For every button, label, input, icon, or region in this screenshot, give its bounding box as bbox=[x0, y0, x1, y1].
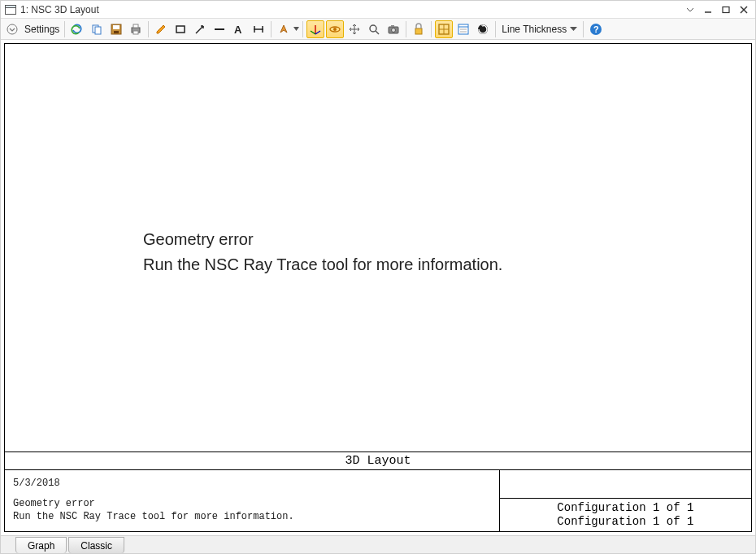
print-icon[interactable] bbox=[127, 20, 145, 38]
toolbar-separator bbox=[406, 21, 406, 37]
line-thickness-label: Line Thickness bbox=[502, 24, 567, 35]
line-thickness-dropdown[interactable]: Line Thickness bbox=[498, 24, 580, 35]
svg-rect-15 bbox=[176, 26, 185, 33]
refresh-icon[interactable] bbox=[68, 20, 86, 38]
tab-graph[interactable]: Graph bbox=[15, 537, 67, 553]
svg-rect-11 bbox=[114, 31, 119, 33]
layout-detail-1: Geometry error bbox=[13, 497, 491, 510]
canvas-area: Geometry error Run the NSC Ray Trace too… bbox=[1, 40, 755, 535]
tab-classic[interactable]: Classic bbox=[68, 537, 124, 553]
toolbar-separator bbox=[431, 21, 432, 37]
tab-classic-label: Classic bbox=[80, 540, 112, 552]
settings-label[interactable]: Settings bbox=[22, 24, 62, 35]
dropdown-arrow-button[interactable] bbox=[682, 2, 698, 17]
layout-title: 3D Layout bbox=[5, 451, 751, 469]
svg-point-32 bbox=[392, 28, 396, 32]
config-line-2: Configuration 1 of 1 bbox=[503, 515, 748, 529]
titlebar: 1: NSC 3D Layout bbox=[1, 1, 755, 19]
error-line-2: Run the NSC Ray Trace tool for more info… bbox=[143, 252, 502, 277]
dropdown-caret-icon[interactable] bbox=[293, 27, 300, 31]
grid-toggle-icon[interactable] bbox=[435, 20, 453, 38]
canvas-viewport[interactable]: Geometry error Run the NSC Ray Trace too… bbox=[5, 44, 751, 451]
layout-canvas[interactable]: Geometry error Run the NSC Ray Trace too… bbox=[4, 43, 752, 532]
layout-footer: 5/3/2018 Geometry error Run the NSC Ray … bbox=[5, 469, 751, 531]
tab-bar: Graph Classic bbox=[1, 535, 755, 553]
svg-point-6 bbox=[7, 24, 17, 34]
config-line-1: Configuration 1 of 1 bbox=[503, 501, 748, 515]
line-icon[interactable] bbox=[211, 20, 228, 38]
svg-line-23 bbox=[311, 31, 315, 34]
maximize-button[interactable] bbox=[718, 2, 734, 17]
svg-rect-34 bbox=[415, 28, 422, 34]
svg-point-29 bbox=[370, 25, 376, 32]
svg-rect-8 bbox=[95, 27, 101, 34]
layout-date: 5/3/2018 bbox=[13, 477, 491, 490]
window-icon bbox=[4, 3, 17, 16]
save-icon[interactable] bbox=[107, 20, 125, 38]
svg-line-16 bbox=[196, 26, 203, 33]
window-title: 1: NSC 3D Layout bbox=[20, 4, 99, 15]
svg-point-26 bbox=[333, 28, 337, 31]
pencil-icon[interactable] bbox=[152, 20, 170, 38]
coordinate-axes-icon[interactable] bbox=[306, 20, 324, 38]
toolbar-separator bbox=[148, 21, 149, 37]
zoom-icon[interactable] bbox=[365, 20, 383, 38]
layout-config-cell: Configuration 1 of 1 Configuration 1 of … bbox=[500, 499, 751, 531]
svg-text:?: ? bbox=[593, 24, 599, 34]
toolbar-separator bbox=[302, 21, 303, 37]
camera-icon[interactable] bbox=[385, 20, 402, 38]
minimize-button[interactable] bbox=[700, 2, 716, 17]
error-message: Geometry error Run the NSC Ray Trace too… bbox=[143, 227, 502, 277]
toolbar-separator bbox=[495, 21, 496, 37]
svg-rect-14 bbox=[133, 31, 138, 34]
svg-rect-33 bbox=[391, 25, 394, 27]
tab-graph-label: Graph bbox=[28, 540, 54, 552]
svg-line-30 bbox=[376, 31, 379, 34]
properties-icon[interactable] bbox=[454, 20, 472, 38]
compass-small-icon[interactable] bbox=[275, 20, 293, 38]
layout-detail-2: Run the NSC Ray Trace tool for more info… bbox=[13, 510, 491, 523]
target-reload-icon[interactable] bbox=[474, 20, 492, 38]
text-icon[interactable]: A bbox=[230, 20, 248, 38]
rectangle-icon[interactable] bbox=[172, 20, 189, 38]
lock-icon[interactable] bbox=[410, 20, 428, 38]
layout-info-left: 5/3/2018 Geometry error Run the NSC Ray … bbox=[5, 470, 499, 531]
rotate-view-icon[interactable] bbox=[326, 20, 344, 38]
error-line-1: Geometry error bbox=[143, 227, 502, 252]
dimension-icon[interactable] bbox=[250, 20, 267, 38]
svg-rect-10 bbox=[113, 25, 119, 29]
toolbar-separator bbox=[271, 21, 272, 37]
svg-rect-13 bbox=[133, 24, 138, 28]
toolbar-separator bbox=[64, 21, 65, 37]
arrow-icon[interactable] bbox=[191, 20, 209, 38]
close-button[interactable] bbox=[736, 2, 752, 17]
help-icon[interactable]: ? bbox=[587, 20, 605, 38]
expand-settings-button[interactable] bbox=[3, 20, 21, 38]
svg-rect-1 bbox=[6, 5, 16, 7]
layout-info-right: Configuration 1 of 1 Configuration 1 of … bbox=[499, 470, 751, 531]
layout-info-right-top bbox=[500, 470, 751, 499]
svg-line-24 bbox=[315, 31, 320, 34]
svg-text:A: A bbox=[234, 24, 242, 36]
zoom-extents-icon[interactable] bbox=[345, 20, 363, 38]
copy-icon[interactable] bbox=[88, 20, 106, 38]
toolbar: Settings A bbox=[1, 19, 755, 40]
svg-rect-3 bbox=[723, 7, 729, 12]
toolbar-separator bbox=[583, 21, 584, 37]
